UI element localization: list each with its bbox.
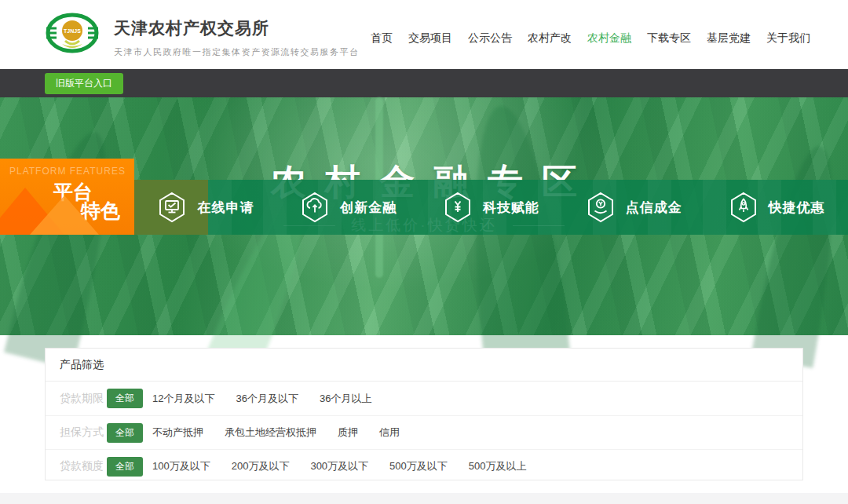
exchange-logo-icon: TJNJS (45, 9, 100, 60)
feature-tab-4[interactable]: 点信成金 (562, 180, 705, 235)
filter-rows: 贷款期限全部12个月及以下36个月及以下36个月以上担保方式全部不动产抵押承包土… (46, 382, 802, 483)
filter-option[interactable]: 36个月以上 (320, 392, 371, 406)
feature-tab-5[interactable]: 快捷优惠 (705, 180, 848, 235)
site-subtitle: 天津市人民政府唯一指定集体资产资源流转交易服务平台 (114, 46, 360, 58)
filter-options: 不动产抵押承包土地经营权抵押质押信用 (152, 425, 400, 440)
main-nav: 首页交易项目公示公告农村产改农村金融下载专区基层党建关于我们 (371, 31, 810, 46)
monitor-check-icon (157, 192, 187, 223)
mountain-decoration (30, 195, 99, 235)
filter-option[interactable]: 信用 (379, 425, 400, 440)
brand: 天津农村产权交易所 天津市人民政府唯一指定集体资产资源流转交易服务平台 (114, 17, 360, 58)
feature-tab-label: 科技赋能 (483, 199, 539, 217)
filter-label: 贷款额度 (60, 459, 104, 473)
platform-features-block: PLATFORM FEATURES 平台 特色 (0, 159, 134, 235)
filter-option[interactable]: 200万及以下 (232, 459, 290, 473)
rocket-icon (729, 192, 758, 223)
feature-tab-label: 在线申请 (197, 199, 254, 217)
old-platform-button[interactable]: 旧版平台入口 (45, 73, 123, 94)
filter-label: 贷款期限 (60, 392, 104, 406)
filter-option[interactable]: 300万及以下 (310, 459, 368, 473)
nav-item-5[interactable]: 农村金融 (587, 31, 631, 46)
secondary-bar: 旧版平台入口 (0, 69, 848, 97)
filter-option[interactable]: 12个月及以下 (152, 392, 214, 406)
filter-options: 100万及以下200万及以下300万及以下500万及以下500万及以上 (152, 459, 527, 473)
yuan-coin-icon (443, 192, 473, 223)
nav-item-6[interactable]: 下载专区 (647, 31, 691, 46)
nav-item-2[interactable]: 交易项目 (408, 31, 452, 46)
product-filter-card: 产品筛选 贷款期限全部12个月及以下36个月及以下36个月以上担保方式全部不动产… (45, 348, 803, 480)
filter-option[interactable]: 36个月及以下 (236, 392, 298, 406)
filter-row-1: 贷款期限全部12个月及以下36个月及以下36个月以上 (46, 382, 802, 415)
feature-tab-label: 快捷优惠 (769, 199, 825, 217)
logo-text: TJNJS (64, 28, 81, 34)
cloud-upload-icon (300, 192, 330, 223)
header: TJNJS 天津农村产权交易所 天津市人民政府唯一指定集体资产资源流转交易服务平… (0, 0, 848, 69)
filter-all-button[interactable]: 全部 (107, 457, 143, 477)
filter-option[interactable]: 质押 (338, 425, 358, 440)
nav-item-4[interactable]: 农村产改 (528, 31, 572, 46)
footer-bar (0, 493, 848, 504)
filter-card-title: 产品筛选 (46, 349, 802, 382)
filter-options: 12个月及以下36个月及以下36个月以上 (152, 392, 371, 406)
nav-item-1[interactable]: 首页 (371, 31, 393, 46)
feature-tab-label: 创新金融 (340, 199, 397, 217)
filter-option[interactable]: 承包土地经营权抵押 (225, 425, 316, 440)
feature-tabs: 在线申请创新金融科技赋能点信成金快捷优惠 (134, 180, 848, 235)
filter-all-button[interactable]: 全部 (107, 423, 143, 443)
filter-option[interactable]: 500万及以上 (469, 459, 527, 473)
filter-option[interactable]: 不动产抵押 (152, 425, 203, 440)
feature-tab-2[interactable]: 创新金融 (277, 180, 420, 235)
filter-all-button[interactable]: 全部 (107, 389, 143, 408)
feature-tab-label: 点信成金 (626, 199, 682, 217)
filter-row-3: 贷款额度全部100万及以下200万及以下300万及以下500万及以下500万及以… (46, 449, 802, 483)
feature-tab-3[interactable]: 科技赋能 (420, 180, 563, 235)
page: TJNJS 天津农村产权交易所 天津市人民政府唯一指定集体资产资源流转交易服务平… (0, 0, 848, 504)
platform-features-en-label: PLATFORM FEATURES (9, 166, 134, 177)
filter-option[interactable]: 500万及以下 (389, 459, 448, 473)
nav-item-7[interactable]: 基层党建 (707, 31, 751, 46)
filter-label: 担保方式 (60, 425, 104, 440)
site-title: 天津农村产权交易所 (114, 17, 360, 39)
feature-tab-1[interactable]: 在线申请 (134, 180, 277, 235)
filter-option[interactable]: 100万及以下 (152, 459, 210, 473)
filter-row-2: 担保方式全部不动产抵押承包土地经营权抵押质押信用 (46, 415, 802, 449)
nav-item-8[interactable]: 关于我们 (766, 31, 810, 46)
nav-item-3[interactable]: 公示公告 (468, 31, 512, 46)
hand-coin-icon (586, 192, 616, 223)
